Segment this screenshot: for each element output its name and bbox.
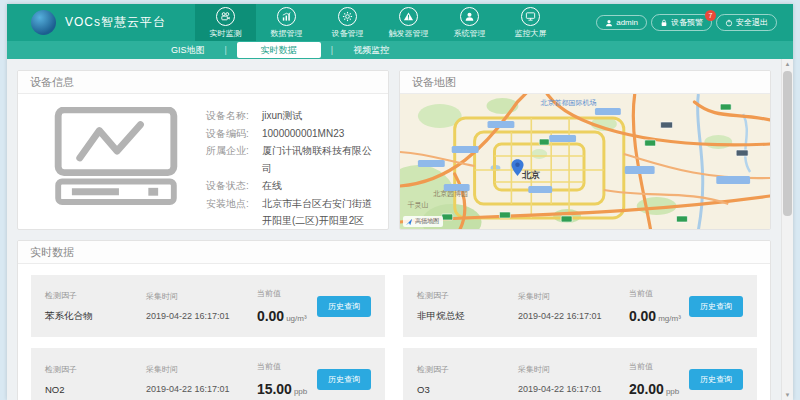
map-mountain-label: 千灵山 [407,200,428,210]
admin-button[interactable]: admin [596,15,647,30]
warning-triangle-icon [403,11,414,22]
alert-count-badge: 7 [705,10,716,21]
top-header: VOCs智慧云平台 实时监测 [7,4,793,41]
person-icon [605,19,613,27]
video-camera-icon [220,11,231,22]
scrollbar-thumb[interactable] [783,71,792,216]
monitor-icon [525,11,536,22]
map-park-label: 北京园博园 [433,189,468,199]
vertical-scrollbar[interactable]: ▲ ▼ [781,59,793,400]
time-column-label: 采集时间 [146,364,257,375]
current-value: 0.00 [629,308,656,324]
factor-column-label: 检测因子 [417,364,518,375]
history-query-button[interactable]: 历史查询 [689,296,743,317]
device-info-panel: 设备信息 [17,70,389,230]
brand-title: VOCs智慧云平台 [65,14,166,31]
sub-nav-tabs: GIS地图 | 实时数据 | 视频监控 | [7,41,793,59]
realtime-data-panel: 实时数据 检测因子 苯系化合物 采集时间 2019-04-22 16:17:01 [17,240,771,400]
history-query-button[interactable]: 历史查询 [689,369,743,390]
current-value-column-label: 当前值 [629,361,689,372]
map-canvas[interactable]: 北京首都国际机场 北京 北京园博园 千灵山 高德地图 [400,94,770,230]
main-nav-label: 触发器管理 [389,28,429,39]
device-field-label: 安装地点: [206,195,262,230]
map-airport-label: 北京首都国际机场 [541,98,597,108]
device-field-row: 设备编码: 1000000001MN23 [206,125,376,143]
time-value: 2019-04-22 16:17:01 [146,384,257,394]
device-alert-button[interactable]: 设备预警 7 [651,14,712,31]
scroll-up-arrow-icon[interactable]: ▲ [782,59,793,69]
tab[interactable]: GIS地图 [157,42,219,58]
realtime-row: 检测因子 苯系化合物 采集时间 2019-04-22 16:17:01 当前值 … [31,275,385,337]
main-nav-item[interactable]: 系统管理 [439,4,500,41]
app-window: VOCs智慧云平台 实时监测 [7,4,793,400]
tab-separator: | [219,45,233,55]
device-field-label: 设备名称: [206,107,262,125]
map-provider-watermark: 高德地图 [403,216,443,227]
factor-column-label: 检测因子 [45,290,146,301]
map-roads-graphic [400,94,770,230]
time-column-label: 采集时间 [518,291,629,302]
realtime-row: 检测因子 NO2 采集时间 2019-04-22 16:17:01 当前值 15… [31,348,385,400]
map-provider-logo-icon [405,218,413,226]
device-field-value: 厦门计讯物联科技有限公司 [262,142,376,177]
logout-button[interactable]: 安全退出 [716,14,777,31]
content-area: 设备信息 [7,59,793,400]
main-nav-label: 实时监测 [210,28,242,39]
time-value: 2019-04-22 16:17:01 [518,384,629,394]
brand-logo-icon [31,10,56,35]
realtime-rows: 检测因子 苯系化合物 采集时间 2019-04-22 16:17:01 当前值 … [18,264,770,400]
scroll-down-arrow-icon[interactable]: ▼ [782,390,793,400]
device-field-label: 所属企业: [206,142,262,177]
current-value-unit: ppb [294,387,307,396]
factor-value: 非甲烷总烃 [417,310,518,323]
map-pin-icon[interactable] [511,159,524,176]
tab-separator: | [325,45,339,55]
tab[interactable]: 视频监控 [339,42,403,58]
device-field-value: jixun测试 [262,107,303,125]
factor-column-label: 检测因子 [417,290,518,301]
main-nav-item[interactable]: 设备管理 [317,4,378,41]
device-field-value: 北京市丰台区右安门街道开阳里(二区)开阳里2区 [262,195,376,230]
current-value-column-label: 当前值 [257,361,317,372]
device-field-row: 设备名称: jixun测试 [206,107,376,125]
current-value-column-label: 当前值 [629,288,689,299]
current-value-column-label: 当前值 [257,288,317,299]
current-value: 0.00 [257,308,284,324]
device-field-row: 所属企业: 厦门计讯物联科技有限公司 [206,142,376,177]
main-nav-label: 系统管理 [454,28,486,39]
current-value: 15.00 [257,381,292,397]
realtime-row: 检测因子 非甲烷总烃 采集时间 2019-04-22 16:17:01 当前值 … [403,275,757,337]
factor-value: NO2 [45,384,146,395]
realtime-data-title: 实时数据 [18,241,770,264]
lock-icon [660,19,668,27]
time-column-label: 采集时间 [518,364,629,375]
main-nav-item[interactable]: 触发器管理 [378,4,439,41]
user-actions: admin 设备预警 7 安全退出 [596,4,777,41]
time-value: 2019-04-22 16:17:01 [518,311,629,321]
device-map-title: 设备地图 [400,71,770,94]
device-info-title: 设备信息 [18,71,388,94]
user-icon [464,11,475,22]
main-nav-item[interactable]: 数据管理 [256,4,317,41]
main-nav: 实时监测 数据管理 [195,4,561,41]
main-nav-item[interactable]: 实时监测 [195,4,256,41]
map-city-label: 北京 [522,169,540,182]
realtime-row: 检测因子 O3 采集时间 2019-04-22 16:17:01 当前值 20.… [403,348,757,400]
main-nav-item[interactable]: 监控大屏 [500,4,561,41]
history-query-button[interactable]: 历史查询 [317,369,371,390]
current-value-unit: ppb [666,387,679,396]
device-field-label: 设备状态: [206,177,262,195]
history-query-button[interactable]: 历史查询 [317,296,371,317]
time-value: 2019-04-22 16:17:01 [146,311,257,321]
factor-value: 苯系化合物 [45,310,146,323]
device-fields: 设备名称: jixun测试 设备编码: 1000000001MN23 所属企业: [206,107,376,230]
bar-chart-icon [281,11,292,22]
main-nav-label: 数据管理 [271,28,303,39]
device-monitor-icon [52,107,180,230]
gear-icon [342,11,353,22]
current-value: 20.00 [629,381,664,397]
device-field-value: 1000000001MN23 [262,125,344,143]
device-field-row: 设备状态: 在线 [206,177,376,195]
factor-column-label: 检测因子 [45,364,146,375]
tab[interactable]: 实时数据 [237,42,321,58]
